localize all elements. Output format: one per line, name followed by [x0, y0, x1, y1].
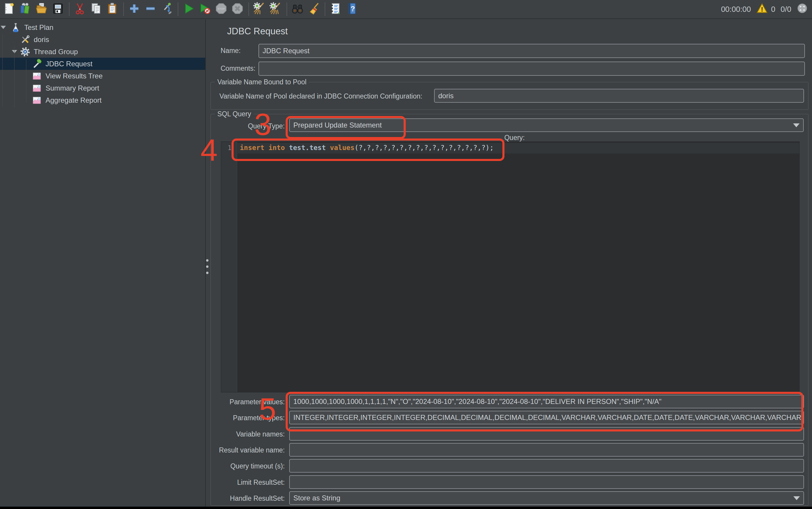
- tree-item-label: Aggregate Report: [45, 96, 102, 104]
- cut-button[interactable]: [73, 2, 87, 16]
- split-divider-handle[interactable]: [206, 259, 209, 278]
- status-area: 00:00:00 ! 0 0/0: [721, 3, 812, 16]
- toolbar-separator: [69, 2, 70, 16]
- chevron-down-icon: [793, 496, 800, 500]
- remove-element-button[interactable]: [144, 2, 157, 16]
- name-field[interactable]: JDBC Request: [258, 44, 805, 58]
- query-timeout-field[interactable]: [289, 459, 804, 473]
- start-no-pauses-icon: [198, 2, 212, 16]
- remote-start-all-icon: [253, 2, 266, 16]
- stop-button[interactable]: STOP: [214, 2, 228, 16]
- sql-code-line[interactable]: insert into test.test values(?,?,?,?,?,?…: [240, 144, 494, 151]
- search-binoculars-icon: [291, 2, 304, 16]
- new-file-button[interactable]: [2, 2, 16, 16]
- sql-query-editor[interactable]: 1 insert into test.test values(?,?,?,?,?…: [221, 141, 800, 393]
- test-plan-tree: Test Plan doris Thread Group JDBC Reques…: [0, 20, 205, 507]
- remote-shutdown-all-icon: [269, 2, 282, 16]
- tree-item-aggregate-report[interactable]: Aggregate Report: [0, 94, 205, 106]
- tree-guide-line: [14, 47, 14, 107]
- tree-item-view-results-tree[interactable]: View Results Tree: [0, 70, 205, 82]
- variable-names-field[interactable]: [289, 427, 804, 441]
- paste-button[interactable]: [106, 2, 119, 16]
- svg-text:!: !: [761, 6, 764, 13]
- warning-indicator[interactable]: ! 0: [756, 3, 775, 16]
- open-button[interactable]: [35, 2, 48, 16]
- warning-count: 0: [771, 5, 775, 14]
- save-button[interactable]: [51, 2, 65, 16]
- add-icon: [128, 2, 141, 16]
- tree-item-label: Summary Report: [45, 84, 99, 92]
- tree-item-doris[interactable]: doris: [0, 33, 205, 45]
- page-title: JDBC Request: [227, 26, 288, 37]
- toggle-button[interactable]: [160, 2, 174, 16]
- limit-resultset-field[interactable]: [289, 475, 804, 489]
- parameter-types-label: Parameter types:: [211, 414, 285, 422]
- start-no-pauses-button[interactable]: [198, 2, 212, 16]
- remote-start-all-button[interactable]: [253, 2, 266, 16]
- expander-icon[interactable]: [12, 50, 17, 53]
- shutdown-button[interactable]: [231, 2, 244, 16]
- jdbc-config-icon: [20, 35, 30, 45]
- parameter-types-field[interactable]: INTEGER,INTEGER,INTEGER,INTEGER,DECIMAL,…: [289, 411, 804, 425]
- add-element-button[interactable]: [127, 2, 141, 16]
- search-button[interactable]: [291, 2, 304, 16]
- expander-icon[interactable]: [1, 26, 6, 29]
- tree-item-label: Thread Group: [34, 48, 78, 56]
- clear-all-button[interactable]: [307, 2, 321, 16]
- listener-chart-icon: [32, 95, 42, 105]
- jdbc-request-sampler-icon: [32, 59, 42, 69]
- warning-triangle-icon: !: [756, 3, 768, 16]
- remote-shutdown-all-button[interactable]: [269, 2, 283, 16]
- comments-field[interactable]: [258, 62, 805, 76]
- parameter-values-field[interactable]: 1000,1000,1000,1000,1,1,1,1,"N","O","202…: [289, 395, 804, 408]
- function-helper-button[interactable]: [329, 2, 342, 16]
- parameter-values-label: Parameter values:: [211, 398, 285, 406]
- new-file-icon: [3, 2, 16, 16]
- chevron-down-icon: [793, 124, 800, 127]
- query-type-label: Query Type:: [211, 122, 285, 130]
- thread-count: 0/0: [781, 5, 791, 14]
- handle-resultset-label: Handle ResultSet:: [211, 495, 285, 503]
- tree-item-jdbc-request[interactable]: JDBC Request: [0, 58, 205, 70]
- start-button[interactable]: [182, 2, 195, 16]
- tree-item-thread-group[interactable]: Thread Group: [0, 45, 205, 58]
- copy-icon: [89, 2, 103, 16]
- clear-broom-icon: [307, 2, 320, 16]
- help-button[interactable]: ?: [345, 2, 359, 16]
- result-variable-name-field[interactable]: [289, 443, 804, 456]
- shutdown-icon: [231, 2, 244, 16]
- toggle-icon: [160, 2, 173, 16]
- query-type-combobox[interactable]: Prepared Update Statement: [289, 118, 804, 132]
- pool-variable-label: Variable Name of Pool declared in JDBC C…: [219, 92, 422, 100]
- toolbar-separator: [123, 2, 124, 16]
- test-status-led-icon: [797, 3, 808, 16]
- help-icon: ?: [345, 2, 358, 16]
- toolbar-separator: [325, 2, 325, 16]
- pool-variable-field[interactable]: doris: [434, 89, 804, 103]
- toolbar-separator: [248, 2, 249, 16]
- open-icon: [35, 2, 48, 16]
- handle-resultset-combobox[interactable]: Store as String: [289, 491, 804, 505]
- query-label: Query:: [488, 134, 541, 142]
- tree-item-label: doris: [34, 35, 49, 44]
- editor-gutter: 1: [221, 142, 237, 392]
- line-number: 1: [228, 144, 231, 151]
- listener-chart-icon: [32, 71, 42, 81]
- query-timeout-label: Query timeout (s):: [211, 462, 285, 470]
- cut-scissors-icon: [73, 2, 86, 16]
- start-icon: [182, 2, 195, 16]
- tree-item-label: Test Plan: [24, 23, 53, 32]
- templates-button[interactable]: [19, 2, 32, 16]
- tree-item-label: JDBC Request: [45, 60, 93, 68]
- remove-icon: [144, 2, 157, 16]
- tree-item-summary-report[interactable]: Summary Report: [0, 82, 205, 94]
- tree-item-test-plan[interactable]: Test Plan: [0, 21, 205, 33]
- test-plan-icon: [11, 23, 21, 33]
- tree-panel-border: [205, 20, 206, 507]
- bottom-edge-bar: [0, 507, 812, 509]
- comments-label: Comments:: [221, 65, 256, 72]
- copy-button[interactable]: [89, 2, 103, 16]
- name-label: Name:: [221, 47, 241, 55]
- toolbar: STOP ? 00:00:00 ! 0 0/0: [0, 0, 812, 19]
- variable-names-label: Variable names:: [211, 430, 285, 438]
